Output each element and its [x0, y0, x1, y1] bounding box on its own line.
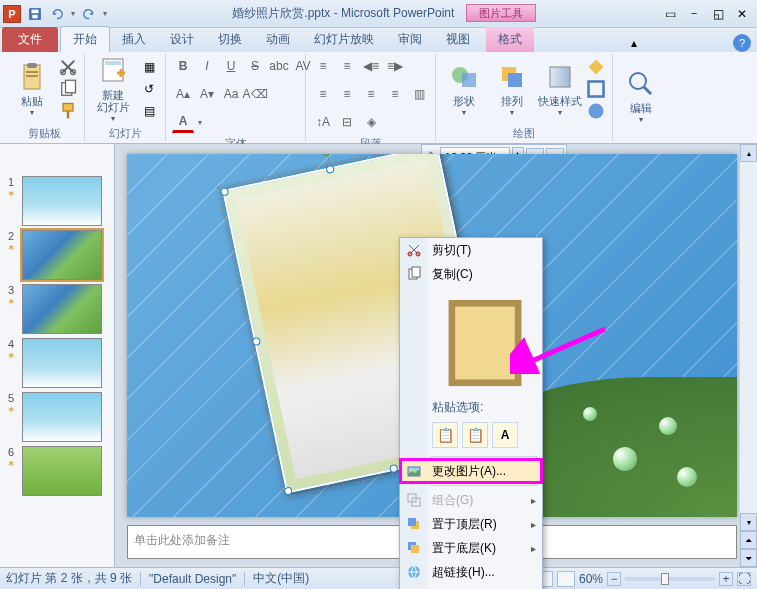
prev-slide[interactable]: ⏶: [740, 531, 757, 549]
thumb-1[interactable]: 1✶: [4, 176, 110, 226]
svg-rect-1: [32, 9, 39, 13]
undo-icon[interactable]: [47, 4, 67, 24]
tab-format[interactable]: 格式: [486, 27, 534, 52]
zoom-label[interactable]: 60%: [579, 572, 603, 586]
quick-styles-button[interactable]: 快速样式▾: [538, 54, 582, 124]
thumb-3[interactable]: 3✶: [4, 284, 110, 334]
tab-animations[interactable]: 动画: [254, 27, 302, 52]
thumb-4[interactable]: 4✶: [4, 338, 110, 388]
arrange-button[interactable]: 排列▾: [490, 54, 534, 124]
qat-dropdown[interactable]: ▾: [101, 4, 109, 24]
close-icon[interactable]: ✕: [730, 5, 754, 23]
save-icon[interactable]: [25, 4, 45, 24]
shape-fill-button[interactable]: [586, 57, 606, 77]
grow-font-button[interactable]: A▴: [172, 83, 194, 105]
align-text-button[interactable]: ⊟: [336, 111, 358, 133]
restore-icon[interactable]: ◱: [706, 5, 730, 23]
next-slide[interactable]: ⏷: [740, 549, 757, 567]
shape-outline-button[interactable]: [586, 79, 606, 99]
format-painter-icon[interactable]: [58, 101, 78, 121]
clear-format-button[interactable]: A⌫: [244, 83, 266, 105]
thumb-2[interactable]: 2✶: [4, 230, 110, 280]
paste-button[interactable]: 粘贴 ▾: [10, 54, 54, 124]
svg-rect-10: [66, 80, 76, 93]
strike-button[interactable]: S: [244, 55, 266, 77]
scroll-down[interactable]: ▾: [740, 513, 757, 531]
shapes-button[interactable]: 形状▾: [442, 54, 486, 124]
shadow-button[interactable]: abc: [268, 55, 290, 77]
zoom-slider[interactable]: [625, 577, 715, 581]
ctx-change-picture[interactable]: 更改图片(A)...: [400, 459, 542, 483]
indent-dec-button[interactable]: ◀≡: [360, 55, 382, 77]
svg-rect-35: [411, 545, 419, 553]
italic-button[interactable]: I: [196, 55, 218, 77]
ctx-send-back[interactable]: 置于底层(K)▸: [400, 536, 542, 560]
undo-dropdown[interactable]: ▾: [69, 4, 77, 24]
paste-opt-3[interactable]: A: [492, 422, 518, 448]
tab-slideshow[interactable]: 幻灯片放映: [302, 27, 386, 52]
file-tab[interactable]: 文件: [2, 27, 58, 52]
contextual-tab-label: 图片工具: [466, 4, 536, 22]
find-button[interactable]: 编辑▾: [619, 62, 663, 132]
vertical-scrollbar[interactable]: ▴ ▾ ⏶ ⏷: [739, 144, 757, 567]
language-indicator[interactable]: 中文(中国): [253, 570, 309, 587]
help-icon[interactable]: ?: [733, 34, 751, 52]
minimize-ribbon-icon[interactable]: ▭: [658, 5, 682, 23]
tab-review[interactable]: 审阅: [386, 27, 434, 52]
ctx-hyperlink[interactable]: 超链接(H)...: [400, 560, 542, 584]
ctx-copy[interactable]: 复制(C): [400, 262, 542, 286]
cut-icon[interactable]: [58, 57, 78, 77]
ctx-cut[interactable]: 剪切(T): [400, 238, 542, 262]
thumb-6[interactable]: 6✶: [4, 446, 110, 496]
collapse-ribbon-icon[interactable]: ▴: [622, 34, 646, 52]
indent-inc-button[interactable]: ≡▶: [384, 55, 406, 77]
zoom-out-button[interactable]: −: [607, 572, 621, 586]
bullets-button[interactable]: ≡: [312, 55, 334, 77]
fit-window-button[interactable]: ⛶: [737, 572, 751, 586]
ctx-save-as-picture[interactable]: 另存为图片(S)...: [400, 584, 542, 589]
shrink-font-button[interactable]: A▾: [196, 83, 218, 105]
reset-icon[interactable]: ↺: [139, 79, 159, 99]
justify-button[interactable]: ≡: [384, 83, 406, 105]
scroll-up[interactable]: ▴: [740, 144, 757, 162]
ctx-bring-front[interactable]: 置于顶层(R)▸: [400, 512, 542, 536]
underline-button[interactable]: U: [220, 55, 242, 77]
status-bar: 幻灯片 第 2 张，共 9 张 "Default Design" 中文(中国) …: [0, 567, 757, 589]
group-label-editing: [619, 139, 663, 141]
section-icon[interactable]: ▤: [139, 101, 159, 121]
tab-home[interactable]: 开始: [60, 26, 110, 52]
align-center-button[interactable]: ≡: [336, 83, 358, 105]
copy-icon[interactable]: [58, 79, 78, 99]
numbering-button[interactable]: ≡: [336, 55, 358, 77]
text-direction-button[interactable]: ↕A: [312, 111, 334, 133]
columns-button[interactable]: ▥: [408, 83, 430, 105]
redo-icon[interactable]: [79, 4, 99, 24]
layout-icon[interactable]: ▦: [139, 57, 159, 77]
shape-effects-button[interactable]: [586, 101, 606, 121]
context-menu: 剪切(T) 复制(C) 粘贴选项: 📋 📋 A 更改图片(A)... 组合(G)…: [399, 237, 543, 589]
minimize-icon[interactable]: －: [682, 5, 706, 23]
tab-insert[interactable]: 插入: [110, 27, 158, 52]
tab-view[interactable]: 视图: [434, 27, 482, 52]
thumb-5[interactable]: 5✶: [4, 392, 110, 442]
change-case-button[interactable]: Aa: [220, 83, 242, 105]
bold-button[interactable]: B: [172, 55, 194, 77]
tab-transitions[interactable]: 切换: [206, 27, 254, 52]
group-label-clipboard: 剪贴板: [10, 124, 78, 141]
group-font: B I U S abc AV A▴ A▾ Aa A⌫ A ▾ 字体: [166, 54, 306, 141]
design-name: "Default Design": [149, 572, 236, 586]
align-right-button[interactable]: ≡: [360, 83, 382, 105]
paste-opt-1[interactable]: 📋: [432, 422, 458, 448]
paste-opt-2[interactable]: 📋: [462, 422, 488, 448]
svg-rect-20: [589, 82, 604, 97]
svg-rect-19: [550, 67, 570, 87]
svg-rect-4: [27, 63, 37, 68]
align-left-button[interactable]: ≡: [312, 83, 334, 105]
smartart-button[interactable]: ◈: [360, 111, 382, 133]
slideshow-view-button[interactable]: [557, 571, 575, 587]
zoom-in-button[interactable]: +: [719, 572, 733, 586]
ctx-group[interactable]: 组合(G)▸: [400, 488, 542, 512]
tab-design[interactable]: 设计: [158, 27, 206, 52]
font-color-button[interactable]: A: [172, 111, 194, 133]
new-slide-button[interactable]: 新建 幻灯片 ▾: [91, 54, 135, 124]
